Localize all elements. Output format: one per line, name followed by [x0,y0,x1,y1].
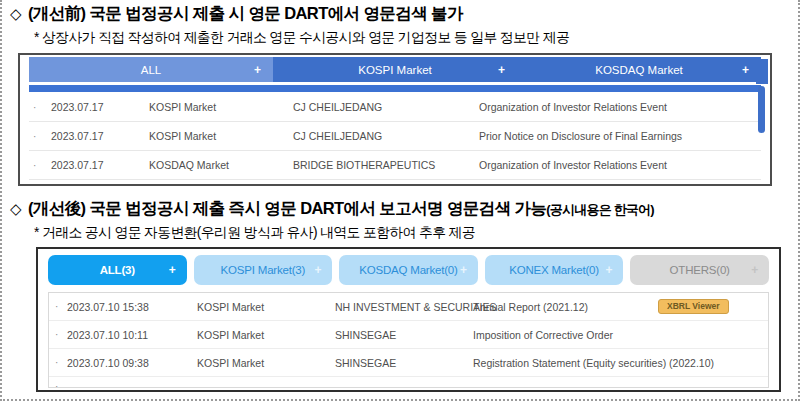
table-row[interactable]: · 2023.07.10 10:11 KOSPI Market SHINSEGA… [49,321,768,349]
section-before-title-text: (개선前) 국문 법정공시 제출 시 영문 DART에서 영문검색 불가 [28,3,463,25]
cell-market: KOSPI Market [149,130,293,142]
diamond-bullet-icon: ◇ [10,200,21,218]
section-gap [8,186,792,198]
cell-market: KOSPI Market [197,301,335,313]
after-disclosure-list: · 2023.07.10 15:38 KOSPI Market NH INVES… [48,292,769,388]
cell-market: KOSPI Market [197,329,335,341]
cell-badge: XBRL Viewer [658,299,768,314]
before-disclosure-list: · 2023.07.17 KOSPI Market CJ CHEILJEDANG… [29,93,761,186]
table-row-partial [29,180,761,186]
tab-kosdaq-market[interactable]: KOSDAQ Market(0) + [339,255,478,285]
cell-market: KOSPI Market [149,101,293,113]
row-bullet: · [55,381,67,388]
diamond-bullet-icon: ◇ [10,5,21,23]
cell-company[interactable]: CJ CHEILJEDANG [293,130,479,142]
before-screenshot: ALL + KOSPI Market + KOSDAQ Market + · 2… [18,53,772,186]
plus-icon[interactable]: + [169,263,176,277]
tab-kosdaq-market[interactable]: KOSDAQ Market + [517,57,761,82]
tab-konex-market[interactable]: KONEX Market(0) + [485,255,624,285]
header-strip [29,85,761,92]
row-bullet: · [55,329,67,340]
row-bullet: · [33,102,51,113]
tabbar-right-fill [756,59,768,84]
table-row[interactable]: · 2023.07.17 KOSPI Market CJ CHEILJEDANG… [29,122,761,151]
cell-date: 2023.07.10 10:11 [67,329,197,341]
cell-company[interactable]: CJ CHEILJEDANG [293,101,479,113]
tab-kosdaq-label: KOSDAQ Market [595,64,683,76]
section-after-title: ◇ (개선後) 국문 법정공시 제출 즉시 영문 DART에서 보고서명 영문검… [8,198,792,220]
before-tabbar: ALL + KOSPI Market + KOSDAQ Market + [29,57,761,82]
after-screenshot: ALL(3) + KOSPI Market(3) + KOSDAQ Market… [36,247,781,392]
section-before-title: ◇ (개선前) 국문 법정공시 제출 시 영문 DART에서 영문검색 불가 [8,3,792,25]
section-after-title-suffix: (공시내용은 한국어) [546,202,653,217]
tab-others[interactable]: OTHERS(0) + [630,255,769,285]
cell-date: 2023.07.10 15:38 [67,301,197,313]
plus-icon[interactable]: + [254,63,261,77]
section-after: ◇ (개선後) 국문 법정공시 제출 즉시 영문 DART에서 보고서명 영문검… [8,198,792,392]
section-before: ◇ (개선前) 국문 법정공시 제출 시 영문 DART에서 영문검색 불가 *… [8,3,792,186]
section-after-subtitle: * 거래소 공시 영문 자동변환(우리원 방식과 유사) 내역도 포함하여 추후… [8,224,792,242]
tab-others-label: OTHERS(0) [670,264,730,276]
plus-icon[interactable]: + [742,63,749,77]
cell-report-title[interactable]: Organization of Investor Relations Event [479,159,761,171]
tab-all-label: ALL(3) [100,264,135,276]
cell-report-title[interactable]: Annual Report (2021.12) [473,301,658,313]
table-row[interactable]: · 2023.07.17 KOSDAQ Market BRIDGE BIOTHE… [29,151,761,180]
section-after-title-main: (개선後) 국문 법정공시 제출 즉시 영문 DART에서 보고서명 영문검색 … [28,199,546,217]
cell-date: 2023.07.17 [51,130,149,142]
table-row-empty: · [49,377,768,388]
cell-date: 2023.07.17 [51,159,149,171]
table-row[interactable]: · 2023.07.17 KOSPI Market CJ CHEILJEDANG… [29,93,761,122]
cell-market: KOSDAQ Market [149,159,293,171]
plus-icon[interactable]: + [751,263,758,277]
cell-market: KOSPI Market [197,357,335,369]
section-before-subtitle: * 상장사가 직접 작성하여 제출한 거래소 영문 수시공시와 영문 기업정보 … [8,29,792,47]
tab-kospi-label: KOSPI Market [358,64,432,76]
cell-report-title[interactable]: Organization of Investor Relations Event [479,101,761,113]
cell-report-title[interactable]: Registration Statement (Equity securitie… [473,357,714,369]
cell-company[interactable]: BRIDGE BIOTHERAPEUTICS [293,159,479,171]
tab-kospi-market[interactable]: KOSPI Market + [273,57,517,82]
plus-icon[interactable]: + [498,63,505,77]
tab-kospi-label: KOSPI Market(3) [221,264,306,276]
cell-company[interactable]: SHINSEGAE [335,329,473,341]
tab-kosdaq-label: KOSDAQ Market(0) [359,264,457,276]
row-bullet: · [55,357,67,368]
cell-date: 2023.07.17 [51,101,149,113]
tab-kospi-market[interactable]: KOSPI Market(3) + [194,255,333,285]
cell-report-title[interactable]: Prior Notice on Disclosure of Final Earn… [479,130,761,142]
plus-icon[interactable]: + [314,263,321,277]
tab-all-label: ALL [141,64,161,76]
cell-report-title[interactable]: Imposition of Corrective Order [473,329,658,341]
tab-all[interactable]: ALL + [29,57,273,82]
scrollbar-thumb[interactable] [758,86,765,133]
tab-all[interactable]: ALL(3) + [48,255,187,285]
cell-company[interactable]: SHINSEGAE [335,357,473,369]
cell-company[interactable]: NH INVESTMENT & SECURITIES [335,301,473,313]
table-row[interactable]: · 2023.07.10 09:38 KOSPI Market SHINSEGA… [49,349,768,377]
plus-icon[interactable]: + [606,263,613,277]
section-after-title-text: (개선後) 국문 법정공시 제출 즉시 영문 DART에서 보고서명 영문검색 … [28,198,654,220]
table-row[interactable]: · 2023.07.10 15:38 KOSPI Market NH INVES… [49,293,768,321]
document-frame: ◇ (개선前) 국문 법정공시 제출 시 영문 DART에서 영문검색 불가 *… [0,0,800,401]
cell-date: 2023.07.10 09:38 [67,357,197,369]
after-tabbar: ALL(3) + KOSPI Market(3) + KOSDAQ Market… [48,255,769,285]
row-bullet: · [33,160,51,171]
plus-icon[interactable]: + [460,263,467,277]
xbrl-viewer-badge[interactable]: XBRL Viewer [658,299,729,314]
tab-konex-label: KONEX Market(0) [509,264,599,276]
row-bullet: · [33,131,51,142]
row-bullet: · [55,301,67,312]
